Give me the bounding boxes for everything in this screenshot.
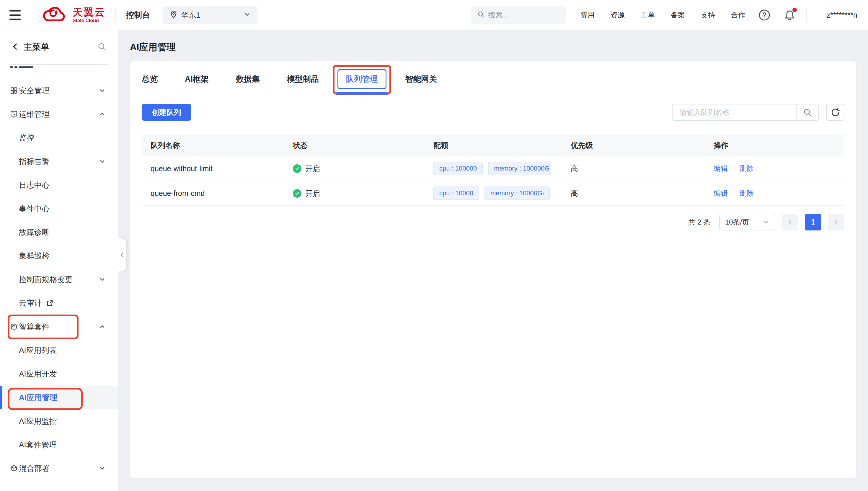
- help-icon[interactable]: ?: [758, 9, 771, 21]
- queue-search-button[interactable]: [796, 105, 818, 120]
- sidebar-item-label: 控制面规格变更: [19, 275, 73, 285]
- brand-logo[interactable]: 天翼云 State Cloud: [39, 4, 105, 26]
- tab-dataset[interactable]: 数据集: [236, 74, 260, 84]
- sidebar-item-ai-suite-mgmt[interactable]: AI套件管理: [0, 433, 118, 457]
- clipped-menu-item: [0, 65, 118, 79]
- refresh-button[interactable]: [826, 104, 844, 121]
- sidebar-item-metric-alerts[interactable]: 指标告警: [0, 150, 118, 173]
- hamburger-menu-icon[interactable]: [9, 10, 23, 20]
- sidebar-item-log-center[interactable]: 日志中心: [0, 173, 118, 197]
- chevron-down-icon: [243, 11, 251, 20]
- global-search[interactable]: [471, 6, 566, 24]
- chevron-down-icon: [98, 157, 106, 165]
- sidebar-group-security-mgmt[interactable]: 安全管理: [0, 79, 118, 103]
- sidebar-item-label: AI套件管理: [19, 440, 57, 450]
- queue-search-input[interactable]: [673, 105, 796, 120]
- sidebar-item-cloud-audit[interactable]: 云审计: [0, 291, 118, 315]
- nav-billing[interactable]: 费用: [581, 10, 595, 20]
- console-label[interactable]: 控制台: [126, 10, 150, 20]
- sidebar-item-ai-app-mgmt[interactable]: AI应用管理: [0, 386, 118, 409]
- col-actions: 操作: [705, 140, 844, 150]
- queue-priority: 高: [562, 189, 705, 198]
- sidebar-item-ai-app-list[interactable]: AI应用列表: [0, 339, 118, 362]
- memory-quota-tag: memory : 10000Gi: [484, 186, 550, 200]
- sidebar-group-hybrid-deploy[interactable]: 混合部署: [0, 457, 118, 480]
- chevron-down-icon: [98, 87, 106, 94]
- chevron-up-icon: [98, 110, 106, 118]
- sidebar-item-label: AI应用列表: [19, 345, 57, 355]
- brand-logo-text: 天翼云 State Cloud: [73, 7, 105, 23]
- sidebar-item-label: 监控: [19, 133, 34, 143]
- cpu-quota-tag: cpu : 100000: [433, 162, 483, 175]
- sidebar-item-label: 指标告警: [19, 156, 50, 167]
- nav-cooperation[interactable]: 合作: [731, 10, 745, 20]
- table-row: queue-without-limit 开启 cpu : 100000 memo…: [142, 156, 844, 181]
- queue-quota: cpu : 100000 memory : 100000G: [424, 162, 562, 175]
- current-page-button[interactable]: 1: [805, 214, 821, 230]
- region-selector[interactable]: 华东1: [163, 6, 257, 24]
- security-grid-icon: [10, 87, 18, 94]
- nav-support[interactable]: 支持: [701, 10, 715, 20]
- notification-bell-icon[interactable]: [784, 9, 796, 21]
- cpu-quota-tag: cpu : 10000: [433, 186, 479, 200]
- delete-link[interactable]: 删除: [739, 189, 754, 198]
- location-pin-icon: [169, 10, 178, 20]
- sidebar-header: 主菜单: [0, 30, 118, 64]
- refresh-icon: [831, 108, 840, 117]
- sidebar: 主菜单 安全管理 运维管理 监控 指标告警 日志中心 事件中心 故障诊断 集群: [0, 30, 118, 491]
- chevron-up-icon: [98, 323, 106, 330]
- queue-search: [672, 104, 819, 121]
- sidebar-item-label: AI应用开发: [19, 369, 57, 379]
- sidebar-item-fault-diagnosis[interactable]: 故障诊断: [0, 221, 118, 244]
- edit-link[interactable]: 编辑: [713, 189, 728, 198]
- page-size-select[interactable]: 10条/页: [719, 214, 775, 230]
- tab-overview[interactable]: 总览: [142, 74, 158, 84]
- sidebar-item-event-center[interactable]: 事件中心: [0, 197, 118, 221]
- tab-model-artifacts[interactable]: 模型制品: [287, 74, 319, 84]
- username[interactable]: z********n: [827, 11, 857, 20]
- sidebar-item-label: 智算套件: [19, 322, 50, 332]
- chevron-down-icon: [98, 464, 106, 472]
- check-circle-icon: [293, 164, 302, 173]
- sidebar-item-label: 安全管理: [19, 86, 50, 96]
- sidebar-item-label: 日志中心: [19, 180, 50, 190]
- queue-table: 队列名称 状态 配额 优先级 操作 queue-without-limit 开启…: [142, 135, 844, 206]
- prev-page-button[interactable]: [782, 214, 798, 230]
- create-queue-button[interactable]: 创建队列: [142, 104, 191, 121]
- global-search-input[interactable]: [488, 11, 553, 19]
- sidebar-group-ops-mgmt[interactable]: 运维管理: [0, 103, 118, 126]
- external-link-icon: [46, 299, 54, 307]
- chevron-down-icon: [98, 276, 106, 283]
- sidebar-group-ai-compute-suite[interactable]: 智算套件: [0, 315, 118, 339]
- sidebar-item-ai-app-monitor[interactable]: AI应用监控: [0, 409, 118, 433]
- queue-name: queue-from-cmd: [142, 189, 284, 198]
- tab-queue-mgmt[interactable]: 队列管理: [337, 69, 387, 89]
- tab-ai-framework[interactable]: AI框架: [185, 74, 209, 84]
- nav-tickets[interactable]: 工单: [641, 10, 655, 20]
- sidebar-item-monitoring[interactable]: 监控: [0, 126, 118, 150]
- chevron-down-icon: [762, 219, 769, 226]
- search-icon: [477, 11, 485, 20]
- tab-smart-gateway[interactable]: 智能网关: [405, 74, 437, 84]
- table-row: queue-from-cmd 开启 cpu : 10000 memory : 1…: [142, 181, 844, 206]
- nav-resources[interactable]: 资源: [611, 10, 625, 20]
- col-quota: 配额: [424, 140, 562, 150]
- sidebar-item-control-plane-spec-change[interactable]: 控制面规格变更: [0, 268, 118, 291]
- back-chevron-icon[interactable]: [11, 42, 20, 52]
- sidebar-item-cluster-inspection[interactable]: 集群巡检: [0, 244, 118, 268]
- sidebar-search-icon[interactable]: [97, 42, 107, 53]
- topbar-nav: 费用 资源 工单 备案 支持 合作: [581, 10, 745, 20]
- sidebar-collapse-handle[interactable]: [118, 238, 126, 271]
- sidebar-item-label: 集群巡检: [19, 251, 50, 261]
- nav-filing[interactable]: 备案: [671, 10, 685, 20]
- active-tab-indicator: [336, 92, 388, 95]
- sidebar-item-ai-app-dev[interactable]: AI应用开发: [0, 362, 118, 386]
- delete-link[interactable]: 删除: [739, 164, 754, 173]
- edit-link[interactable]: 编辑: [713, 164, 728, 173]
- col-status: 状态: [284, 140, 424, 150]
- queue-actions: 编辑 删除: [705, 189, 844, 198]
- region-label: 华东1: [181, 10, 200, 20]
- queue-quota: cpu : 10000 memory : 10000Gi: [424, 186, 562, 200]
- next-page-button[interactable]: [828, 214, 844, 230]
- sidebar-item-label: AI应用监控: [19, 416, 57, 426]
